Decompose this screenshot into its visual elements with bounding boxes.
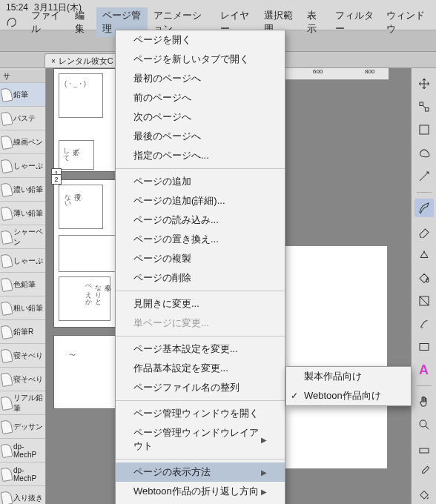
menu-item[interactable]: 指定のページへ... [116,146,285,165]
submenu-item[interactable]: ✓Webtoon作品向け [286,386,411,405]
blend-tool[interactable] [414,245,434,263]
tool-label: 粗い鉛筆 [13,303,43,314]
shape-icon [417,340,431,354]
submenu-label: Webtoon作品向け [304,389,381,402]
transform-tool[interactable] [414,97,434,116]
menu-item[interactable]: 次のページへ [116,107,285,127]
left-tool-パステ[interactable]: パステ [0,107,45,130]
submenu-item[interactable]: 製本作品向け [286,367,411,386]
gradient-tool[interactable] [414,291,434,310]
tool-label: 寝そべり [13,351,43,361]
menu-item-label: ページ管理ウィンドウを開く [133,407,259,420]
zoom-tool[interactable] [414,416,434,434]
eyedropper-tool[interactable] [414,462,434,480]
left-tool-寝そべり[interactable]: 寝そべり [0,368,45,391]
menu-item: 単ページに変更... [116,314,285,333]
menu-item-label: 単ページに変更... [133,316,209,330]
menu-0[interactable]: ファイル [25,7,69,37]
menu-item[interactable]: 前のページへ [116,88,285,107]
menu-item[interactable]: ページの表示方法▶ [116,462,285,482]
document-tab[interactable]: × レンタル彼女C [44,53,120,67]
left-tool-リアル鉛筆[interactable]: リアル鉛筆 [0,391,45,415]
wand-tool[interactable] [414,167,434,185]
left-tool-dp-MechP[interactable]: dp-MechP [0,462,45,486]
menu-item[interactable]: ページ管理ウィンドウレイアウト▶ [116,423,285,456]
bucket-tool[interactable] [414,485,434,504]
brush-deco-tool[interactable] [414,314,434,333]
left-tool-入り抜き[interactable]: 入り抜き [0,486,45,504]
left-tool-寝そべり[interactable]: 寝そべり [0,344,45,368]
hand-tool[interactable] [414,392,434,411]
wand-icon [417,170,431,183]
left-tool-鉛筆R[interactable]: 鉛筆R [0,320,45,344]
left-tool-線画ペン[interactable]: 線画ペン [0,130,45,154]
menu-7[interactable]: フィルター [329,7,380,37]
shape-tool[interactable] [414,338,434,357]
left-tool-濃い鉛筆[interactable]: 濃い鉛筆 [0,178,45,202]
left-tool-しゃーぷ[interactable]: しゃーぷ [0,154,45,178]
left-tool-鉛筆[interactable]: 鉛筆 [0,83,45,107]
page-display-submenu: 製本作品向け✓Webtoon作品向け [285,366,412,406]
menu-item[interactable]: ページの読み込み... [116,210,285,230]
left-tool-薄い鉛筆[interactable]: 薄い鉛筆 [0,202,45,225]
move-tool[interactable] [414,74,434,93]
select-rect-tool[interactable] [414,121,434,139]
tool-label: リアル鉛筆 [13,393,44,414]
menu-1[interactable]: 編集 [69,7,96,37]
menu-item[interactable]: 作品基本設定を変更... [116,359,285,378]
brush-icon [1,87,13,102]
left-tool-dp-MechP[interactable]: dp-MechP [0,439,45,462]
left-tool-シャーペン[interactable]: シャーペン [0,225,45,249]
menu-8[interactable]: ウィンドウ [380,7,432,37]
bucket-icon [417,488,431,501]
gradient-icon [417,294,431,308]
submenu-arrow-icon: ▶ [261,468,267,477]
tool-label: しゃーぷ [13,161,43,171]
menu-item-label: ページを新しいタブで開く [133,53,249,66]
menu-item[interactable]: ページを開く [116,30,285,50]
brush-icon [1,134,13,149]
text-tool[interactable]: A [414,361,434,379]
brush-icon [1,419,13,434]
menu-item[interactable]: ページ基本設定を変更... [116,339,285,359]
menu-item[interactable]: ページの追加(詳細)... [116,191,285,210]
menu-item[interactable]: 最後のページへ [116,127,285,146]
menu-6[interactable]: 表示 [301,7,328,37]
eyedropper-icon [417,465,431,478]
menu-item[interactable]: Webtoon作品の折り返し方向▶ [116,482,285,501]
tool-label: デッサン [13,422,43,432]
color-tool[interactable] [414,439,434,457]
menu-item[interactable]: 見開きに変更... [116,294,285,314]
tool-label: dp-MechP [13,466,44,483]
app-logo-icon[interactable] [4,16,18,29]
transform-icon [417,100,431,113]
brush-icon [1,110,13,125]
menu-item[interactable]: ページ管理ウィンドウを開く [116,404,285,423]
pen-tool[interactable] [414,199,434,217]
fill-icon [417,271,431,284]
left-tool-しゃーぷ[interactable]: しゃーぷ [0,249,45,273]
menu-item[interactable]: ページの複製 [116,249,285,268]
menu-item[interactable]: ページの削除 [116,268,285,288]
canvas-page[interactable] [268,246,387,468]
menu-item-label: 最初のページへ [133,72,201,85]
left-tool-粗い鉛筆[interactable]: 粗い鉛筆 [0,296,45,320]
brush-icon [1,442,13,457]
left-tool-色鉛筆[interactable]: 色鉛筆 [0,273,45,296]
menu-item[interactable]: ページの追加 [116,172,285,191]
tab-close-icon[interactable]: × [51,57,56,65]
menu-item[interactable]: 最初のページへ [116,69,285,88]
menu-item-label: 最後のページへ [133,130,201,143]
brush-icon [1,182,13,196]
left-tool-デッサン[interactable]: デッサン [0,415,45,439]
tool-label: 入り抜き [13,493,43,503]
submenu-arrow-icon: ▶ [261,488,267,496]
menu-item[interactable]: ページを新しいタブで開く [116,50,285,69]
fill-tool[interactable] [414,268,434,287]
menu-item[interactable]: ページファイル名の整列 [116,378,285,397]
menu-item-label: ページの読み込み... [133,213,219,227]
lasso-tool[interactable] [414,144,434,162]
menu-item[interactable]: ページの置き換え... [116,230,285,249]
tool-label: 寝そべり [13,374,43,385]
eraser-tool[interactable] [414,222,434,240]
